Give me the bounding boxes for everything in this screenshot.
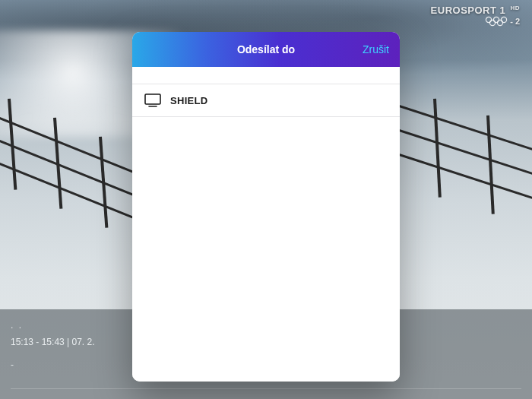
modal-header: Odesílat do Zrušit: [132, 32, 400, 67]
cast-modal: Odesílat do Zrušit SHIELD: [132, 32, 400, 382]
tv-icon: [144, 93, 161, 107]
modal-title: Odesílat do: [237, 43, 295, 55]
cancel-button[interactable]: Zrušit: [363, 32, 389, 67]
cast-device-row[interactable]: SHIELD: [132, 84, 400, 117]
modal-body: [132, 117, 400, 382]
cast-device-label: SHIELD: [170, 95, 207, 106]
video-background: EUROSPORT 1 HD - 2 . . 15:13 -: [0, 0, 532, 399]
svg-rect-5: [145, 94, 160, 104]
modal-spacer: [132, 67, 400, 84]
